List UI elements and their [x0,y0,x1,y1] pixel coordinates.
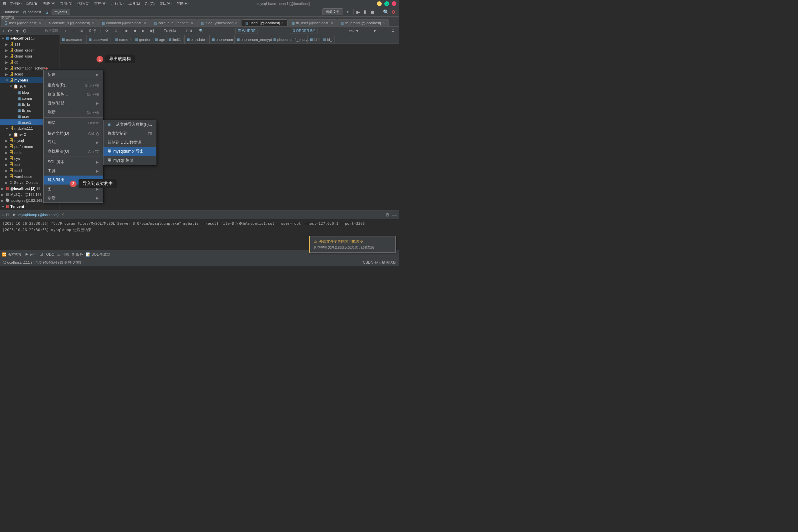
run-tab[interactable]: ▶ 运行 [25,252,37,257]
ctx-nav[interactable]: 导航 ▶ [43,138,103,147]
ddl-btn[interactable]: DDL [183,28,195,34]
th-username[interactable]: ▦ username ⇅ [60,35,87,43]
duplicate-btn[interactable]: ⧉ [78,27,86,34]
th-id[interactable]: ▦ id ⇅ [308,35,321,43]
th-password-sort[interactable]: ⇅ [109,38,112,41]
minimize-button[interactable]: — [377,1,382,6]
app-menu-edit[interactable]: 编辑(E) [25,1,40,6]
mysqldump-tab-close[interactable]: ✕ [61,212,64,217]
ctx-modify-schema[interactable]: 修改 架构... Ctrl+F6 [43,90,103,99]
tab-blog[interactable]: ▦ blog [@localhost] ✕ [197,19,241,26]
ctx-refresh[interactable]: 刷新 Ctrl+F5 [43,108,103,117]
tab-comment-close[interactable]: ✕ [144,21,146,25]
tree-cloud-user[interactable]: ▶ 🗄 cloud_user [0,53,59,59]
close-button[interactable]: ✕ [392,1,396,6]
ctx-copy-paste[interactable]: 复制/粘贴 ▶ [43,99,103,108]
ctx-rename[interactable]: 重命名(R)... Shift+F6 [43,81,103,90]
tab-console9-close[interactable]: ✕ [91,21,94,25]
th-phonenum-encrypt[interactable]: ▦ phonenum_encrypt ⇅ [235,35,271,43]
th-phonenum[interactable]: ▦ phonenum ⇅ [210,35,235,43]
app-menu-refactor[interactable]: 重构(R) [93,1,108,6]
tab-tbuser-close[interactable]: ✕ [331,21,333,25]
th-username-sort[interactable]: ⇅ [83,38,86,41]
th-id-sort[interactable]: ⇅ [318,38,321,41]
nav-last-btn[interactable]: ▶| [148,27,157,34]
th-phonenum4-encrypt[interactable]: ▦ phonenum4_encrypt ⇅ [271,35,308,43]
filter-btn[interactable]: ▼ [371,28,379,34]
sidebar-filter-btn[interactable]: ▼ [14,28,21,34]
tab-user1-close[interactable]: ✕ [281,21,284,25]
tab-tbuser[interactable]: ▦ tb_user [@localhost] ✕ [288,19,337,26]
tab-tbbrand[interactable]: ▦ tb_brand [@localhost] ✕ [338,19,389,26]
delete-row-btn[interactable]: − [70,28,76,34]
th-name[interactable]: ▦ name ⇅ [113,35,133,43]
play-btn[interactable]: ▶ [357,9,360,15]
search-query-btn[interactable]: 🔍 [197,27,206,34]
columns-btn[interactable]: ||| [380,28,388,34]
th-birthdate[interactable]: ▦ birthdate ⇅ [185,35,210,43]
version-control-tab[interactable]: 🔀 版本控制 [2,252,22,257]
app-menu-run[interactable]: 运行(U) [110,1,125,6]
maximize-button[interactable]: □ [384,1,389,6]
tree-db[interactable]: ▶ 🗄 db [0,59,59,65]
submenu-mysqldump-export[interactable]: 用 'mysqldump' 导出 [104,147,156,156]
mybatis-label[interactable]: mybatis [52,9,70,15]
services-tab[interactable]: ⚙ 服务 [72,252,83,257]
tab-carqueue-close[interactable]: ✕ [191,21,193,25]
th-id2-sort[interactable]: ⇅ [333,38,336,41]
sort-icon[interactable]: ↕ [363,28,369,34]
th-gender[interactable]: ▦ gender ⇅ [133,35,153,43]
current-file-btn[interactable]: 当前文件 [323,8,343,15]
sidebar-refresh-btn[interactable]: ⟳ [7,28,13,34]
submenu-mysql-restore[interactable]: 用 'mysql' 恢复 [104,156,156,165]
app-menu-file[interactable]: 文件(F) [8,1,23,6]
tab-user1[interactable]: ▦ user1 [@localhost] ✕ [241,19,288,26]
add-row-btn[interactable]: + [62,28,69,34]
tab-user[interactable]: 🗄 user [@localhost] ✕ [1,19,45,26]
todo-tab[interactable]: ☑ TODO [40,252,54,257]
ctx-find-usage[interactable]: 查找用法(U) Alt+F7 [43,147,103,156]
zoom-btn[interactable]: ⊕ [112,27,120,34]
stop-btn[interactable]: ⏹ [370,9,375,15]
sidebar-add-btn[interactable]: + [1,28,6,34]
tree-111[interactable]: ▶ 🗄 111 [0,41,59,47]
order-by-filter[interactable]: ⇅ ORDER BY [290,27,318,34]
ctx-sql-script[interactable]: SQL 脚本 ▶ [43,158,103,167]
app-menu-nav[interactable]: 导航(N) [58,1,74,6]
th-id2[interactable]: ▦ id_ ⇅ [321,35,334,43]
tree-localhost[interactable]: ▼ 🖥 @localhost 15 [0,35,59,41]
csv-btn[interactable]: csv ▼ [347,28,361,34]
sidebar-gear-btn[interactable]: ⚙ [22,28,28,34]
th-password[interactable]: ▦ password ⇅ [87,35,113,43]
tree-tencent-car[interactable]: ▶ 🗄 car [0,209,59,210]
tree-tencent[interactable]: ▼ 🖥 Tencent [0,204,59,209]
sql-generator-tab[interactable]: 📝 SQL 生成器 [86,252,111,257]
app-menu-view[interactable]: 视图(V) [42,1,57,6]
where-filter[interactable]: ☰ WHERE [235,27,258,34]
tab-comment[interactable]: ▦ comment [@localhost] ✕ [98,19,150,26]
ctx-diagnostics[interactable]: 诊断 ▶ [43,193,103,203]
app-menu-window[interactable]: 窗口(A) [158,1,173,6]
submenu-copy-tables[interactable]: 将表复制到 F5 [104,129,156,138]
nav-prev-btn[interactable]: ◀ [131,27,138,34]
search-toolbar-icon[interactable]: 🔍 [383,9,389,15]
submenu-dump-ddl[interactable]: 转储到 DDL 数据源 [104,138,156,147]
mysqldump-tab[interactable]: mysqldump (@localhost) [18,213,58,217]
tab-user-close[interactable]: ✕ [39,21,41,25]
tab-blog-close[interactable]: ✕ [235,21,238,25]
th-name-sort[interactable]: ⇅ [129,38,132,41]
ctx-quick-doc[interactable]: 快速文档(D) Ctrl+Q [43,129,103,138]
tab-carqueue[interactable]: ▦ carqueue [Tencent] ✕ [150,19,197,26]
nav-next-btn[interactable]: ▶ [140,27,147,34]
ctx-tools[interactable]: 工具 ▶ [43,167,103,175]
problems-tab[interactable]: ⚠ 问题 [57,252,69,257]
app-menu-code[interactable]: 代码(C) [76,1,91,6]
settings-query-btn[interactable]: ⚙ [389,27,397,34]
minimize-bottom-btn[interactable]: — [392,212,397,217]
app-menu-tools[interactable]: 工具(L) [127,1,141,6]
reload-btn[interactable]: ⟳ [103,27,111,34]
ctx-delete[interactable]: 删除 Delete [43,118,103,127]
th-limit1-sort[interactable]: ⇅ [182,38,185,41]
th-age[interactable]: ▦ age ⇅ [153,35,166,43]
ctx-new[interactable]: 新建 ▶ [43,70,103,79]
